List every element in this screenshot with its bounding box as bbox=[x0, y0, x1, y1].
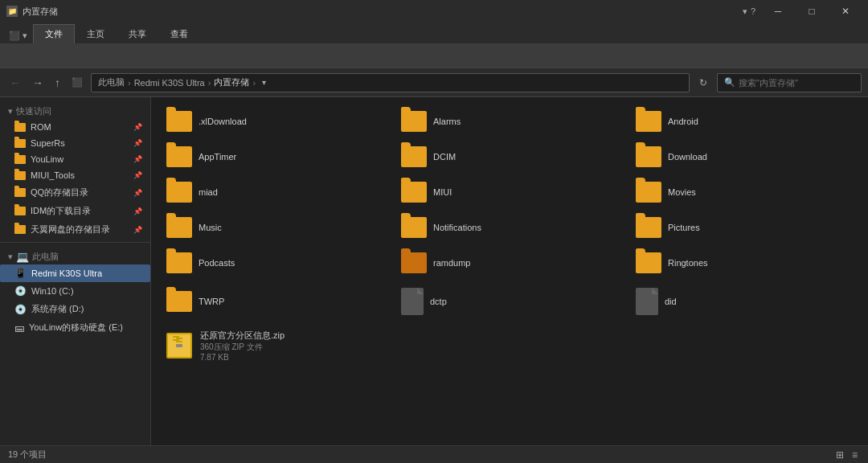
pin-icon: 📌 bbox=[133, 207, 142, 215]
file-name: Alarms bbox=[433, 117, 461, 126]
refresh-button[interactable]: ↻ bbox=[694, 76, 712, 90]
quick-access-toolbar[interactable]: ⬛ ▾ bbox=[3, 28, 33, 43]
file-item-dctp[interactable]: dctp bbox=[394, 282, 625, 321]
address-bar: ← → ↑ ⬛ 此电脑 › Redmi K30S Ultra › 内置存储 › … bbox=[0, 68, 868, 97]
file-name: .xlDownload bbox=[199, 117, 247, 126]
file-item-android[interactable]: Android bbox=[628, 105, 860, 137]
quick-access-header[interactable]: ▾ 快速访问 bbox=[0, 100, 150, 119]
search-icon: 🔍 bbox=[724, 77, 735, 88]
svg-rect-1 bbox=[173, 336, 179, 338]
divider bbox=[0, 242, 150, 243]
folder-icon bbox=[401, 111, 427, 132]
zip-size: 7.87 KB bbox=[200, 353, 285, 362]
folder-icon bbox=[166, 146, 192, 167]
path-part-device[interactable]: Redmi K30S Ultra bbox=[134, 78, 205, 88]
pin-icon: 📌 bbox=[133, 123, 142, 131]
svg-rect-2 bbox=[176, 338, 182, 339]
sidebar-item-rom[interactable]: ROM 📌 bbox=[0, 119, 150, 135]
file-name: MIUI bbox=[433, 187, 452, 197]
title-bar: 📁 内置存储 ▾ ? ─ □ ✕ bbox=[0, 0, 868, 23]
file-item-notifications[interactable]: Notifications bbox=[394, 211, 625, 244]
file-item-miui[interactable]: MIUI bbox=[394, 176, 625, 208]
folder-icon bbox=[166, 182, 192, 203]
file-name: did bbox=[665, 297, 677, 306]
file-item-pictures[interactable]: Pictures bbox=[628, 211, 860, 244]
help-icon[interactable]: ? bbox=[751, 6, 755, 16]
sidebar-item-redmi[interactable]: 📱 Redmi K30S Ultra bbox=[0, 264, 150, 282]
file-item-movies[interactable]: Movies bbox=[628, 176, 860, 208]
path-part-pc[interactable]: 此电脑 bbox=[98, 76, 125, 88]
folder-icon bbox=[401, 252, 427, 273]
tab-view[interactable]: 查看 bbox=[158, 24, 200, 43]
file-item-did[interactable]: did bbox=[628, 282, 860, 321]
tab-file[interactable]: 文件 bbox=[33, 24, 75, 43]
recent-locations-button[interactable]: ⬛ bbox=[68, 76, 86, 89]
up-button[interactable]: ↑ bbox=[51, 75, 63, 91]
sidebar-item-youlinw[interactable]: YouLinw 📌 bbox=[0, 151, 150, 167]
extra-icon[interactable]: ▾ bbox=[743, 6, 747, 17]
file-item-twrp[interactable]: TWRP bbox=[159, 282, 391, 321]
file-name: Download bbox=[668, 152, 707, 162]
file-item-podcasts[interactable]: Podcasts bbox=[159, 247, 391, 279]
sidebar-item-system-d[interactable]: 💿 系统存储 (D:) bbox=[0, 300, 150, 318]
pc-icon: 💻 bbox=[16, 251, 29, 263]
back-button[interactable]: ← bbox=[6, 75, 24, 91]
zip-type: 360压缩 ZIP 文件 bbox=[200, 342, 285, 353]
svg-rect-3 bbox=[173, 339, 179, 341]
address-dropdown-button[interactable]: ▾ bbox=[259, 78, 269, 87]
file-name: Music bbox=[199, 223, 222, 232]
maximize-button[interactable]: □ bbox=[796, 0, 828, 23]
file-area: .xlDownload Alarms Android AppTimer DCIM bbox=[151, 97, 868, 445]
file-item-alarms[interactable]: Alarms bbox=[394, 105, 625, 137]
file-item-apptimer[interactable]: AppTimer bbox=[159, 141, 391, 173]
item-count: 19 个项目 bbox=[8, 449, 47, 461]
main-layout: ▾ 快速访问 ROM 📌 SuperRs 📌 YouLinw 📌 MIUI_To… bbox=[0, 97, 868, 445]
list-view-button[interactable]: ≡ bbox=[850, 449, 860, 461]
sidebar-item-miuitools[interactable]: MIUI_Tools 📌 bbox=[0, 167, 150, 183]
tab-home[interactable]: 主页 bbox=[75, 24, 117, 43]
file-item-ramdump[interactable]: ramdump bbox=[394, 247, 625, 279]
file-item-dcim[interactable]: DCIM bbox=[394, 141, 625, 173]
sidebar-item-cloud[interactable]: 天翼网盘的存储目录 📌 bbox=[0, 220, 150, 239]
file-item-download[interactable]: Download bbox=[628, 141, 860, 173]
folder-icon bbox=[401, 182, 427, 203]
file-item-music[interactable]: Music bbox=[159, 211, 391, 244]
sidebar-item-win10[interactable]: 💿 Win10 (C:) bbox=[0, 282, 150, 300]
file-item-ringtones[interactable]: Ringtones bbox=[628, 247, 860, 279]
search-input[interactable] bbox=[739, 78, 854, 88]
folder-icon bbox=[166, 252, 192, 273]
file-item-xldownload[interactable]: .xlDownload bbox=[159, 105, 391, 137]
close-button[interactable]: ✕ bbox=[829, 0, 862, 23]
pin-icon: 📌 bbox=[133, 139, 142, 147]
folder-icon bbox=[401, 146, 427, 167]
sidebar-item-superrs[interactable]: SuperRs 📌 bbox=[0, 135, 150, 151]
quick-access-chevron: ▾ bbox=[8, 106, 13, 117]
file-item-miad[interactable]: miad bbox=[159, 176, 391, 208]
grid-view-button[interactable]: ⊞ bbox=[833, 449, 846, 461]
sidebar-item-idm[interactable]: IDM的下载目录 📌 bbox=[0, 202, 150, 220]
file-name: Ringtones bbox=[668, 258, 708, 268]
address-path[interactable]: 此电脑 › Redmi K30S Ultra › 内置存储 › ▾ bbox=[91, 73, 690, 92]
this-pc-header[interactable]: ▾ 💻 此电脑 bbox=[0, 246, 150, 264]
forward-button[interactable]: → bbox=[29, 75, 47, 91]
path-part-current[interactable]: 内置存储 bbox=[214, 76, 249, 88]
drive-icon: 💿 bbox=[14, 285, 27, 297]
file-name: DCIM bbox=[433, 152, 456, 162]
view-controls: ⊞ ≡ bbox=[833, 449, 860, 461]
pin-icon: 📌 bbox=[133, 189, 142, 197]
file-name: AppTimer bbox=[199, 152, 236, 162]
file-item-zip[interactable]: 还原官方分区信息.zip 360压缩 ZIP 文件 7.87 KB bbox=[159, 324, 860, 367]
file-name: TWRP bbox=[199, 297, 224, 306]
sidebar-item-youlinw-e[interactable]: 🖴 YouLinw的移动硬盘 (E:) bbox=[0, 318, 150, 337]
sidebar-item-qq[interactable]: QQ的存储目录 📌 bbox=[0, 183, 150, 202]
svg-rect-4 bbox=[176, 341, 182, 342]
drive-icon: 💿 bbox=[14, 304, 27, 315]
file-icon bbox=[401, 288, 424, 315]
drive-icon: 🖴 bbox=[14, 322, 24, 334]
pin-icon: 📌 bbox=[133, 171, 142, 179]
search-box[interactable]: 🔍 bbox=[717, 73, 862, 92]
pin-icon: 📌 bbox=[133, 155, 142, 163]
folder-icon bbox=[14, 123, 26, 132]
minimize-button[interactable]: ─ bbox=[762, 0, 794, 23]
tab-share[interactable]: 共享 bbox=[117, 24, 158, 43]
